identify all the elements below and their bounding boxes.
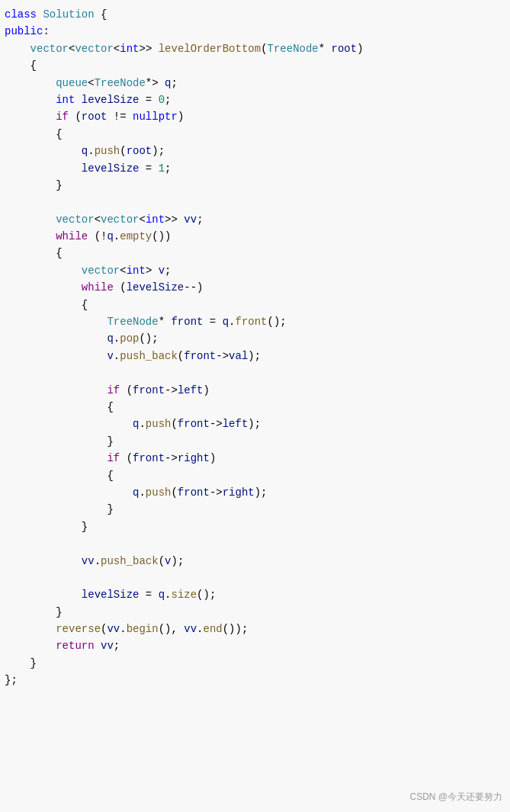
code-line-5: queue<TreeNode*> q; [3,75,507,91]
code-line-17: while (levelSize--) [3,279,507,296]
code-line-31: } [3,518,507,535]
watermark: CSDN @今天还要努力 [409,790,502,804]
code-line-22 [3,364,507,381]
code-container: class Solution { public: vector<vector<i… [0,0,510,812]
code-line-15: { [3,245,507,262]
code-line-13: vector<vector<int>> vv; [3,211,507,228]
code-line-29: q.push(front->right); [3,484,507,501]
code-line-21: v.push_back(front->val); [3,348,507,364]
code-line-30: } [3,501,507,518]
code-line-38: return vv; [3,637,507,654]
code-line-23: if (front->left) [3,382,507,399]
code-line-33: vv.push_back(v); [3,553,507,570]
code-line-6: int levelSize = 0; [3,91,507,108]
code-line-27: if (front->right) [3,450,507,467]
code-line-19: TreeNode* front = q.front(); [3,313,507,330]
code-line-1: class Solution { [3,6,507,23]
code-line-28: { [3,467,507,484]
code-line-35: levelSize = q.size(); [3,586,507,603]
code-line-9: q.push(root); [3,143,507,159]
code-line-11: } [3,177,507,194]
code-line-8: { [3,126,507,143]
code-line-26: } [3,433,507,450]
code-line-20: q.pop(); [3,330,507,347]
code-line-18: { [3,297,507,313]
code-line-16: vector<int> v; [3,262,507,279]
code-line-25: q.push(front->left); [3,416,507,432]
code-line-32 [3,535,507,552]
code-line-14: while (!q.empty()) [3,228,507,245]
code-line-39: } [3,655,507,672]
code-line-24: { [3,399,507,416]
code-line-4: { [3,57,507,74]
code-line-10: levelSize = 1; [3,160,507,177]
code-line-7: if (root != nullptr) [3,108,507,125]
code-line-40: }; [3,672,507,688]
code-line-12 [3,194,507,210]
code-line-3: vector<vector<int>> levelOrderBottom(Tre… [3,40,507,57]
code-line-2: public: [3,23,507,40]
code-line-37: reverse(vv.begin(), vv.end()); [3,621,507,637]
code-line-36: } [3,604,507,621]
code-line-34 [3,570,507,586]
